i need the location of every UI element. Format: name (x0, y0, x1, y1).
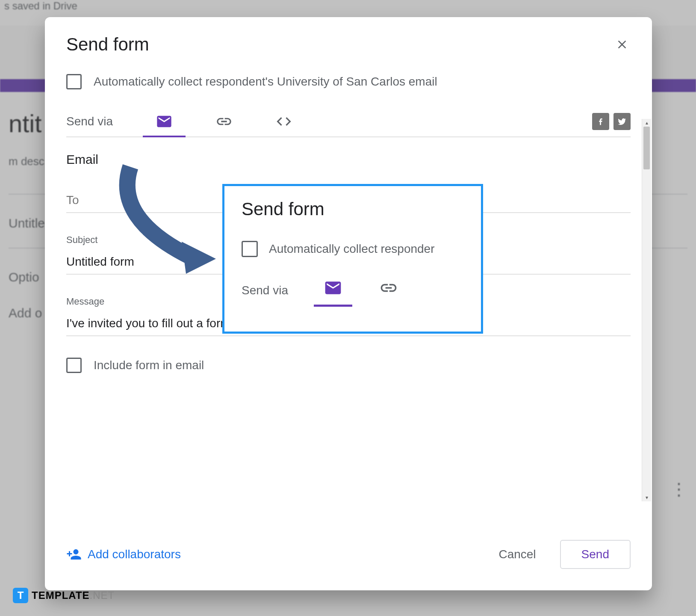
scroll-thumb[interactable] (643, 127, 650, 169)
tab-link[interactable] (198, 107, 250, 136)
dialog-header: Send form (45, 17, 652, 63)
cancel-button[interactable]: Cancel (483, 541, 551, 568)
email-section-heading: Email (66, 152, 631, 167)
scroll-down-arrow[interactable]: ▾ (642, 494, 651, 501)
scroll-up-arrow[interactable]: ▴ (642, 119, 651, 127)
callout-zoom: Send form Automatically collect responde… (222, 184, 483, 334)
embed-icon (275, 113, 292, 130)
callout-send-via-label: Send via (242, 284, 288, 297)
link-icon (215, 113, 233, 130)
send-via-label: Send via (66, 115, 113, 128)
watermark-text: TEMPLATE.NET (32, 589, 115, 601)
dialog-footer: Add collaborators Cancel Send (45, 527, 652, 590)
tab-email[interactable] (139, 107, 190, 136)
email-icon (324, 278, 342, 297)
social-share-icons (592, 113, 631, 130)
dialog-scrollbar[interactable]: ▴ ▾ (642, 119, 651, 501)
callout-auto-collect-row: Automatically collect responder (242, 241, 464, 257)
add-collaborators-button[interactable]: Add collaborators (66, 547, 181, 562)
dialog-title: Send form (66, 34, 149, 55)
facebook-icon (596, 117, 605, 126)
include-form-row: Include form in email (66, 358, 631, 373)
tab-embed[interactable] (258, 107, 310, 136)
link-icon (379, 278, 398, 297)
callout-title: Send form (242, 199, 464, 219)
auto-collect-checkbox[interactable] (66, 74, 82, 89)
callout-checkbox (242, 241, 258, 257)
auto-collect-row: Automatically collect respondent's Unive… (66, 74, 631, 89)
email-icon (156, 113, 173, 130)
watermark: T TEMPLATE.NET (13, 588, 115, 603)
close-icon (615, 38, 629, 51)
facebook-share-button[interactable] (592, 113, 609, 130)
send-via-tabs: Send via (66, 107, 631, 137)
callout-send-via-row: Send via (242, 278, 464, 302)
callout-auto-collect-text: Automatically collect responder (269, 242, 435, 256)
include-form-label: Include form in email (94, 358, 204, 372)
callout-tab-email (314, 278, 352, 302)
send-button[interactable]: Send (560, 540, 631, 569)
add-collaborators-label: Add collaborators (88, 548, 181, 561)
twitter-share-button[interactable] (613, 113, 631, 130)
include-form-checkbox[interactable] (66, 358, 82, 373)
auto-collect-label: Automatically collect respondent's Unive… (94, 75, 437, 89)
watermark-icon: T (13, 588, 28, 603)
add-person-icon (66, 547, 82, 562)
callout-tab-link (369, 278, 408, 302)
watermark-main: TEMPLATE (32, 589, 90, 601)
twitter-icon (617, 117, 627, 126)
watermark-net: .NET (90, 589, 115, 601)
close-button[interactable] (613, 36, 631, 53)
